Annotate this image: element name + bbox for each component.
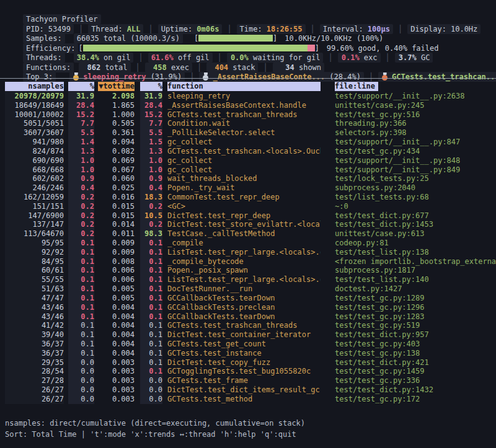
cell-percent-cumulative: 1.3 xyxy=(140,147,162,156)
cell-function: <GC> xyxy=(167,202,321,211)
cell-tottime: 0.015 xyxy=(98,211,135,221)
cell-tottime: 1.000 xyxy=(98,110,135,120)
cell-percent-direct: 0.9 xyxy=(68,174,94,183)
efficiency-row: Efficiency:[]99.60% good, 0.40% failed xyxy=(5,35,494,44)
cell-percent-cumulative: 0.1 xyxy=(140,312,162,322)
cell-fileline: ~:0 xyxy=(335,202,496,211)
cell-function: GCCallbackTests.tearDown xyxy=(167,312,321,322)
cell-percent-cumulative: 0.1 xyxy=(140,349,162,358)
cell-percent-direct: 31.9 xyxy=(68,92,94,101)
cell-percent-cumulative: 0.1 xyxy=(140,367,162,376)
table-row: 43/460.10.0040.1GCCallbackTests.preclean… xyxy=(0,303,496,312)
cell-nsamples: 47/47 xyxy=(5,294,64,303)
cell-nsamples: 941/980 xyxy=(5,138,64,147)
table-row: 36/370.10.0040.1GCTests.test_get_countte… xyxy=(0,340,496,349)
cell-percent-cumulative: 0.2 xyxy=(140,202,162,211)
cell-fileline: test/test_gc.py:403 xyxy=(335,340,496,349)
cell-percent-cumulative: 0.1 xyxy=(140,321,162,330)
cell-percent-cumulative: 0.1 xyxy=(140,284,162,294)
cell-fileline: test/support/__init__.py:847 xyxy=(335,138,496,147)
cell-tottime: 0.004 xyxy=(98,303,135,312)
column-header-percent-1[interactable]: % xyxy=(68,82,94,91)
top3-items: sleeping_retry (31.9%)│_AssertRaisesBase… xyxy=(69,72,496,81)
table-row: 246/2460.40.0250.4Popen._try_waitsubproc… xyxy=(0,183,496,193)
cell-tottime: 0.004 xyxy=(98,312,135,322)
table-row: 690/6901.00.0691.0gc_collecttest/support… xyxy=(0,156,496,165)
table-row: 10001/1000215.21.00015.2GCTests.test_tra… xyxy=(0,110,496,120)
cell-fileline: test/support/__init__.py:848 xyxy=(335,156,496,165)
table-row: 60/610.10.0060.1Popen._posix_spawnsubpro… xyxy=(0,266,496,275)
cell-tottime: 0.069 xyxy=(98,156,135,165)
table-row: 43/460.10.0040.1GCCallbackTests.tearDown… xyxy=(0,312,496,322)
top3-percent: (28.4%) xyxy=(325,72,361,81)
cell-percent-direct: 0.1 xyxy=(68,321,94,330)
cell-function: ListTest.test_repr_large.<locals>.check xyxy=(167,275,321,284)
column-header-percent-2[interactable]: % xyxy=(140,82,162,91)
cell-fileline: test/test_dict.py:677 xyxy=(335,211,496,221)
cell-percent-cumulative: 0.2 xyxy=(140,220,162,229)
cell-tottime: 0.004 xyxy=(98,349,135,358)
cell-nsamples: 60/61 xyxy=(5,266,64,275)
cell-nsamples: 18649/18649 xyxy=(5,101,64,110)
cell-fileline: test/lock_tests.py:25 xyxy=(335,174,496,183)
cell-tottime: 0.004 xyxy=(98,330,135,340)
column-header-tottime-sorted[interactable]: ▼tottime xyxy=(98,82,135,91)
cell-fileline: test/test_gc.py:138 xyxy=(335,349,496,358)
cell-function: GCCallbackTests.tearDown xyxy=(167,294,321,303)
cell-percent-direct: 5.5 xyxy=(68,128,94,138)
table-row: 41/420.10.0040.1GCTests.test_trashcan_th… xyxy=(0,321,496,330)
cell-percent-direct: 0.1 xyxy=(68,248,94,257)
cell-nsamples: 95/95 xyxy=(5,239,64,248)
cell-percent-direct: 0.0 xyxy=(68,385,94,395)
cell-nsamples: 39/40 xyxy=(5,330,64,340)
table-row: 5051/50517.70.5057.7Condition.waitthread… xyxy=(0,119,496,128)
table-row: 51/630.10.0050.1DocTestRunner.__rundocte… xyxy=(0,284,496,294)
cell-function: GCTests.test_get_count xyxy=(167,340,321,349)
cell-function: GCTests.test_instance xyxy=(167,349,321,358)
column-header-function[interactable]: function xyxy=(167,82,321,91)
table-row: 824/8741.30.0821.3GCTests.test_trashcan.… xyxy=(0,147,496,156)
cell-fileline: test/support/__init__.py:849 xyxy=(335,165,496,175)
cell-function: wait_threads_blocked xyxy=(167,174,321,183)
cell-function: Condition.wait xyxy=(167,119,321,128)
cell-fileline: test/test_dict.py:957 xyxy=(335,330,496,340)
cell-tottime: 0.067 xyxy=(98,165,135,175)
cell-function: _compile_bytecode xyxy=(167,257,321,266)
cell-nsamples: 137/147 xyxy=(5,220,64,229)
cell-percent-cumulative: 98.3 xyxy=(140,229,162,239)
cell-function: GCTests.test_trashcan.<locals>.Ouch.... xyxy=(167,147,321,156)
cell-fileline: codeop.py:81 xyxy=(335,239,496,248)
cell-function: _PollLikeSelector.select xyxy=(167,128,321,138)
cell-fileline: threading.py:366 xyxy=(335,119,496,128)
cell-percent-direct: 0.0 xyxy=(68,358,94,367)
cell-nsamples: 55/55 xyxy=(5,275,64,284)
top3-function-name: _AssertRaisesBaseConte... xyxy=(213,72,325,81)
cell-tottime: 0.003 xyxy=(98,358,135,367)
cell-nsamples: 20978/20979 xyxy=(5,92,64,101)
cell-tottime: 0.003 xyxy=(98,376,135,385)
cell-fileline: test/test_gc.py:1459 xyxy=(335,367,496,376)
cell-percent-cumulative: 1.5 xyxy=(140,138,162,147)
table-row: 47/470.10.0050.1GCCallbackTests.tearDown… xyxy=(0,294,496,303)
cell-fileline: test/test_dict.py:1432 xyxy=(335,385,496,395)
cell-fileline: test/test_gc.py:434 xyxy=(335,147,496,156)
column-header-fileline[interactable]: file:line xyxy=(335,82,378,91)
table-body: 20978/2097931.92.09831.9sleeping_retryte… xyxy=(0,92,496,404)
cell-percent-direct: 1.3 xyxy=(68,147,94,156)
cell-nsamples: 147/6900 xyxy=(5,211,64,221)
cell-fileline: unittest/case.py:613 xyxy=(335,229,496,239)
cell-fileline: test/test_gc.py:1296 xyxy=(335,303,496,312)
cell-fileline: test/test_gc.py:1289 xyxy=(335,294,496,303)
cell-percent-cumulative: 18.3 xyxy=(140,193,162,202)
cell-function: DictTest.test_container_iterator xyxy=(167,330,321,340)
gold-medal-icon xyxy=(73,72,79,81)
column-header-nsamples[interactable]: nsamples xyxy=(5,82,64,91)
cell-percent-direct: 0.1 xyxy=(68,330,94,340)
cell-percent-cumulative: 0.1 xyxy=(140,248,162,257)
cell-percent-cumulative: 0.0 xyxy=(140,376,162,385)
cell-nsamples: 151/151 xyxy=(5,202,64,211)
terminal-screen: Tachyon Profiler PID:53499│Thread:ALL│Up… xyxy=(0,0,496,448)
cell-fileline: test/test_list.py:138 xyxy=(335,248,496,257)
table-row: 29/350.00.0030.1DictTest.test_copy_fuzzt… xyxy=(0,358,496,367)
cell-percent-direct: 7.7 xyxy=(68,119,94,128)
